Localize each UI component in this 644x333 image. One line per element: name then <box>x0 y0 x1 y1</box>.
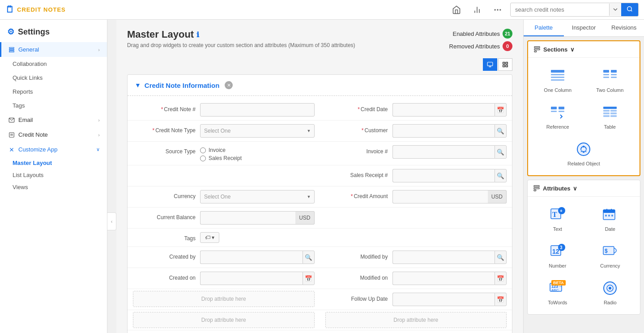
invoice-num-label: Invoice # <box>325 145 388 155</box>
section-close-button[interactable]: ✕ <box>225 81 233 89</box>
sidebar-item-collaboration[interactable]: Collaboration <box>0 57 107 71</box>
modified-on-calendar-button[interactable]: 📅 <box>495 272 507 285</box>
desktop-view-button[interactable] <box>483 58 497 71</box>
sidebar-item-listlayouts[interactable]: List Layouts <box>0 169 107 181</box>
palette-item-two-column[interactable]: Two Column <box>584 61 636 98</box>
sidebar-item-general[interactable]: General › <box>0 42 107 57</box>
search-dropdown-button[interactable] <box>609 4 621 16</box>
form-col-left-7: Created by 🔍 <box>128 247 320 268</box>
field-credit-note-type: *Credit Note Type Select One <box>128 121 320 141</box>
sidebar-collapse-handle[interactable]: ‹ <box>107 212 116 230</box>
more-options-button[interactable] <box>490 2 506 18</box>
form-col-left-8: Created on 📅 <box>128 268 320 289</box>
table-label: Table <box>604 124 616 130</box>
chevron-right-icon: › <box>98 47 100 52</box>
credit-note-num-input[interactable] <box>200 103 315 117</box>
section-title: Credit Note Information <box>145 82 220 89</box>
credit-date-input-wrapper: 📅 <box>392 103 507 117</box>
created-on-calendar-button[interactable]: 📅 <box>303 272 315 285</box>
palette-item-towords[interactable]: 123→ ABC BETA ToWords <box>531 274 584 311</box>
sections-label: Sections <box>543 46 567 53</box>
sales-receipt-num-label: Sales Receipt # <box>325 169 388 178</box>
sales-receipt-num-input[interactable] <box>392 169 495 182</box>
sidebar-item-email[interactable]: Email › <box>0 112 107 127</box>
sidebar-item-tags[interactable]: Tags <box>0 99 107 112</box>
palette-item-radio[interactable]: Radio <box>584 274 637 311</box>
credit-date-calendar-button[interactable]: 📅 <box>495 103 507 117</box>
palette-item-number[interactable]: 12 3 Number <box>531 237 584 274</box>
charts-button[interactable] <box>469 2 485 18</box>
form-section-header: ▼ Credit Note Information ✕ <box>128 75 512 96</box>
search-input[interactable] <box>511 4 609 16</box>
search-submit-button[interactable] <box>621 3 638 16</box>
tab-palette[interactable]: Palette <box>524 20 564 36</box>
form-col-right-3b: Sales Receipt # 🔍 <box>320 165 512 186</box>
tags-input-wrapper: 🏷 ▾ <box>200 232 315 243</box>
sales-receipt-radio-label[interactable]: Sales Receipt <box>200 155 315 161</box>
attributes-items: T + Text <box>528 197 640 314</box>
tags-button[interactable]: 🏷 ▾ <box>200 232 219 243</box>
invoice-num-input[interactable] <box>392 145 495 159</box>
attributes-label: Attributes <box>543 185 570 192</box>
drop-zone-left-1[interactable]: Drop attribute here <box>133 291 315 307</box>
home-button[interactable] <box>448 2 465 18</box>
palette-item-table[interactable]: Table <box>584 98 636 135</box>
svg-rect-27 <box>551 70 564 73</box>
credit-amount-input[interactable] <box>392 190 488 203</box>
sidebar-item-creditnote[interactable]: Credit Note › <box>0 127 107 142</box>
palette-item-date[interactable]: Date <box>584 200 637 237</box>
sidebar-item-reports[interactable]: Reports <box>0 85 107 99</box>
form-col-left-10: Drop attribute here <box>128 310 320 330</box>
invoice-radio-label[interactable]: Invoice <box>200 147 315 153</box>
follow-up-date-input[interactable] <box>392 293 495 306</box>
enabled-count: 21 <box>503 29 512 39</box>
svg-rect-59 <box>603 210 615 213</box>
svg-text:3: 3 <box>560 245 563 250</box>
customer-search-button[interactable]: 🔍 <box>495 124 507 138</box>
current-balance-input[interactable] <box>200 211 295 225</box>
svg-point-50 <box>583 151 584 153</box>
created-by-input-wrapper: 🔍 <box>200 251 315 264</box>
info-icon[interactable]: ℹ <box>196 30 199 39</box>
palette-item-related-object[interactable]: Related Object <box>564 135 604 172</box>
created-on-input[interactable] <box>200 272 303 285</box>
modified-on-input[interactable] <box>392 272 495 285</box>
tab-revisions[interactable]: Revisions <box>604 20 644 36</box>
tab-inspector[interactable]: Inspector <box>564 20 604 36</box>
form-canvas: ▼ Credit Note Information ✕ *Credit Note… <box>127 74 512 333</box>
created-by-input[interactable] <box>200 251 303 264</box>
credit-date-input[interactable] <box>392 103 495 117</box>
sales-receipt-search-button[interactable]: 🔍 <box>495 169 507 182</box>
svg-rect-20 <box>503 62 505 64</box>
palette-item-one-column[interactable]: One Column <box>532 61 584 98</box>
form-col-right-3: Invoice # 🔍 <box>320 142 512 165</box>
drop-zone-right-2[interactable]: Drop attribute here <box>325 312 507 328</box>
form-col-right-2: *Customer 🔍 <box>320 121 512 141</box>
grid-view-button[interactable] <box>498 58 512 71</box>
palette-item-text[interactable]: T + Text <box>531 200 584 237</box>
modified-by-search-button[interactable]: 🔍 <box>495 251 507 264</box>
palette-item-currency[interactable]: $ Currency <box>584 237 637 274</box>
form-row-3b: Sales Receipt # 🔍 <box>128 165 512 186</box>
svg-rect-43 <box>610 110 617 112</box>
sidebar-item-masterlayout[interactable]: Master Layout <box>0 157 107 169</box>
palette-panel: Palette Inspector Revisions Sections ∨ <box>523 20 644 333</box>
customer-input[interactable] <box>392 124 495 138</box>
currency-select[interactable]: Select One <box>200 190 315 203</box>
svg-rect-34 <box>611 74 617 75</box>
follow-up-date-calendar-button[interactable]: 📅 <box>495 293 507 306</box>
section-toggle-button[interactable]: ▼ <box>135 82 141 89</box>
credit-note-num-input-wrapper <box>200 103 315 117</box>
svg-rect-42 <box>603 110 610 112</box>
sidebar-item-views[interactable]: Views <box>0 181 107 193</box>
drop-zone-left-2[interactable]: Drop attribute here <box>133 312 315 328</box>
invoice-search-button[interactable]: 🔍 <box>495 145 507 159</box>
created-by-search-button[interactable]: 🔍 <box>303 251 315 264</box>
palette-item-reference[interactable]: Reference <box>532 98 584 135</box>
sidebar-item-customizeapp[interactable]: Customize App ∨ <box>0 142 107 157</box>
modified-by-input[interactable] <box>392 251 495 264</box>
sidebar-item-quicklinks[interactable]: Quick Links <box>0 71 107 85</box>
invoice-radio[interactable] <box>200 147 206 153</box>
sales-receipt-radio[interactable] <box>200 156 206 161</box>
credit-note-type-select[interactable]: Select One <box>200 124 315 138</box>
